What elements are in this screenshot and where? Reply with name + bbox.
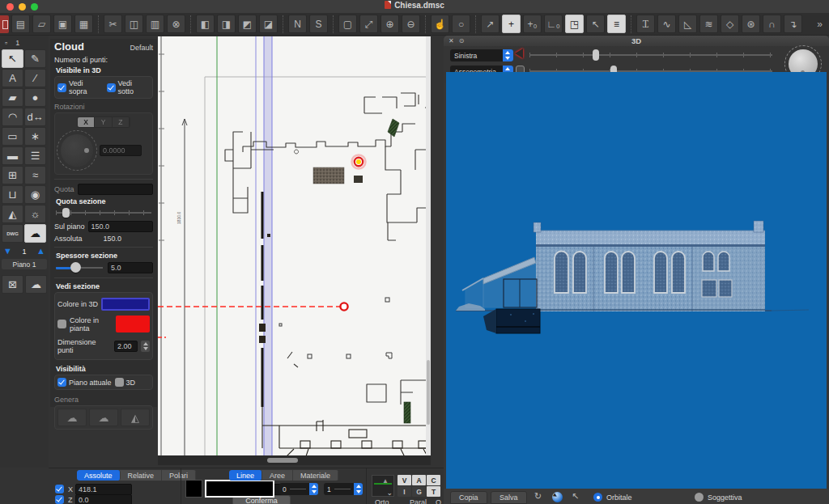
letter-n-tool-button[interactable]: N (288, 15, 307, 33)
zoom-out-button[interactable]: ⊖ (402, 15, 420, 33)
rectangle-tool-button[interactable]: ▭ (2, 127, 23, 146)
x-checkbox[interactable] (55, 485, 64, 493)
edge-red-tool-icon[interactable] (0, 15, 9, 33)
ruler-tool-button[interactable]: ◺ (678, 15, 697, 33)
paral-label[interactable]: Paral (410, 498, 427, 504)
horizontal-scroll-thumb[interactable] (267, 458, 298, 463)
snap-i-button[interactable]: I (397, 486, 411, 497)
view-direction-icon[interactable] (515, 49, 523, 58)
bring-forward-button[interactable]: ◨ (217, 15, 236, 33)
new-document-button[interactable]: ▤ (11, 15, 30, 33)
toolbar-overflow-icon[interactable]: » (817, 19, 823, 30)
delete-button[interactable]: ⊗ (167, 15, 185, 33)
cloud-section-tool-button[interactable]: ☁ (25, 275, 47, 294)
pointer-tool-button[interactable]: ↖ (2, 49, 23, 68)
orbit-sphere-icon[interactable] (552, 492, 563, 502)
colore-pianta-checkbox[interactable] (57, 320, 66, 328)
snap-v-button[interactable]: V (397, 475, 411, 485)
text-tool-button[interactable]: Ɪ (636, 15, 655, 33)
axis-x-button[interactable]: X (78, 117, 95, 127)
snap-cursor-button[interactable]: ↖ (586, 15, 605, 33)
cloud-tool-button[interactable]: ☁ (24, 224, 46, 243)
panel-3d-titlebar[interactable]: ✕ ⊙ 3D (444, 36, 829, 46)
pen-color-swatch[interactable] (185, 480, 202, 498)
open-folder-button[interactable]: ▱ (32, 15, 51, 33)
colore-3d-swatch[interactable] (101, 298, 150, 311)
tab-assolute[interactable]: Assolute (77, 470, 121, 481)
genera-image-button[interactable]: ◭ (121, 409, 150, 426)
hook-tool-button[interactable]: ↴ (784, 15, 802, 33)
line-style-button[interactable]: ≡ (607, 15, 626, 33)
orto-label[interactable]: Orto (375, 498, 389, 504)
fan-tool-button[interactable]: ⊛ (742, 15, 760, 33)
slider-thumb[interactable] (62, 208, 70, 218)
dimensione-field[interactable]: 2.00 (114, 341, 138, 352)
star-tool-button[interactable]: ∗ (24, 127, 46, 146)
spessore-field[interactable]: 5.0 (108, 262, 153, 273)
copia-button[interactable]: Copia (450, 491, 487, 504)
camera-tool-button[interactable]: ◉ (24, 185, 46, 204)
window-tool-button[interactable]: ⊞ (2, 166, 23, 184)
dimensione-stepper[interactable] (141, 341, 150, 352)
vedi-sopra-checkbox[interactable]: Vedi sopra (57, 79, 104, 95)
snap-a-button[interactable]: A (412, 475, 426, 485)
duplicate-objects-button[interactable]: ◳ (565, 15, 584, 33)
tab-linee[interactable]: Linee (229, 470, 262, 481)
box-3d-tool-button[interactable]: ◇ (721, 15, 739, 33)
quota-sezione-slider[interactable] (54, 207, 153, 218)
paste-button[interactable]: ▥ (146, 15, 164, 33)
z-checkbox[interactable] (55, 495, 64, 504)
stairs-tool-button[interactable]: ☰ (24, 146, 46, 165)
section-target-marker[interactable] (352, 155, 366, 169)
visibilita-3d-checkbox[interactable]: 3D (115, 378, 136, 387)
floor-down-button[interactable]: ▼ (3, 247, 12, 256)
furniture-tool-button[interactable]: ⊔ (2, 185, 23, 204)
ramp-tool-button[interactable]: ≈ (24, 166, 46, 184)
letter-s-tool-button[interactable]: S (309, 15, 328, 33)
layers-tool-button[interactable]: ≋ (699, 15, 718, 33)
floor-name-label[interactable]: Piano 1 (2, 259, 47, 269)
axis-y-button[interactable]: Y (95, 117, 112, 127)
circle-tool-button[interactable]: ● (24, 88, 46, 107)
refresh-icon[interactable]: ↻ (534, 491, 542, 502)
sul-piano-field[interactable]: 150.0 (88, 221, 153, 232)
line-weight-spinner[interactable]: 0 (279, 483, 318, 495)
print-button[interactable]: ▦ (74, 15, 93, 33)
tab-relative[interactable]: Relative (121, 470, 163, 481)
text-a-tool-button[interactable]: A (2, 69, 23, 87)
save-file-button[interactable]: ▣ (53, 15, 72, 33)
snap-c-button[interactable]: C (427, 475, 440, 485)
lasso-select-button[interactable]: ○ (452, 15, 470, 33)
spessore-slider[interactable] (54, 262, 104, 273)
section-cut-line[interactable] (158, 303, 348, 337)
hatch-tool-button[interactable]: ⊠ (2, 275, 23, 294)
line-type-spinner[interactable]: 1 (324, 483, 363, 495)
cloud-preset-label[interactable]: Default (130, 44, 153, 52)
genera-cloud-section-button[interactable]: ☁ (57, 409, 87, 426)
zoom-in-button[interactable]: ⊕ (380, 15, 399, 33)
view-dropdown[interactable]: Sinistra (450, 49, 513, 61)
line-tool-button[interactable]: ∕ (24, 69, 46, 87)
origin-point-button[interactable]: +₀ (523, 15, 542, 33)
crosshair-snap-button[interactable]: + (502, 15, 521, 33)
quota-field[interactable] (78, 184, 153, 195)
dimension-tool-button[interactable]: d↔ (24, 108, 46, 126)
light-tool-button[interactable]: ☼ (24, 205, 46, 223)
rotation-knob[interactable] (61, 134, 93, 167)
image-tool-button[interactable]: ◭ (2, 205, 23, 223)
cut-button[interactable]: ✂ (104, 15, 122, 33)
soggettiva-radio[interactable]: Soggettiva (695, 493, 742, 502)
pan-hand-button[interactable]: ☝ (431, 15, 449, 33)
slab-tool-button[interactable]: ▬ (2, 146, 23, 165)
piano-attuale-checkbox[interactable]: Piano attuale (57, 378, 112, 387)
send-backward-button[interactable]: ◩ (238, 15, 257, 33)
vedi-sotto-checkbox[interactable]: Vedi sotto (107, 79, 151, 95)
vertical-scroll-thumb[interactable] (427, 360, 430, 425)
snap-t-button[interactable]: T (427, 486, 440, 497)
tab-aree[interactable]: Aree (262, 470, 293, 481)
tab-materiale[interactable]: Materiale (293, 470, 338, 481)
copy-button[interactable]: ◫ (125, 15, 143, 33)
salva-button[interactable]: Salva (491, 491, 527, 504)
floor-up-button[interactable]: ▲ (36, 247, 45, 256)
rotation-angle-field[interactable]: 0.0000 (100, 145, 142, 156)
